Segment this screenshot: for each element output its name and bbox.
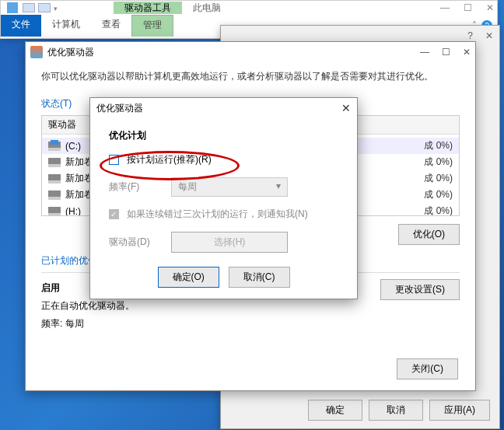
schedule-freq: 频率: 每周 (41, 315, 135, 333)
cancel-button[interactable]: 取消 (369, 400, 423, 421)
cancel-button[interactable]: 取消(C) (229, 267, 290, 288)
apply-button[interactable]: 应用(A) (429, 400, 490, 421)
ok-button[interactable]: 确定 (308, 400, 362, 421)
maximize-icon[interactable]: ☐ (464, 2, 472, 13)
close-icon[interactable]: ✕ (341, 102, 351, 114)
run-on-schedule-label: 按计划运行(推荐)(R) (127, 153, 212, 166)
minimize-icon[interactable]: — (440, 2, 450, 13)
change-settings-button[interactable]: 更改设置(S) (380, 279, 460, 300)
notify-checkbox (109, 209, 119, 219)
drive-icon (48, 142, 61, 151)
close-icon[interactable]: ✕ (463, 47, 471, 58)
drives-label: 驱动器(D) (109, 236, 163, 249)
location-text: 此电脑 (193, 2, 221, 15)
choose-drives-button: 选择(H) (171, 232, 288, 253)
qat-paste-icon[interactable] (38, 3, 51, 12)
frequency-value: 每周 (178, 180, 197, 194)
schedule-desc: 正在自动优化驱动器。 (41, 297, 135, 315)
frequency-label: 频率(F) (109, 180, 163, 194)
notify-label: 如果连续错过三次计划的运行，则通知我(N) (127, 208, 308, 221)
ok-button[interactable]: 确定(O) (158, 267, 219, 288)
close-icon[interactable]: ✕ (486, 2, 494, 13)
drive-icon (48, 207, 61, 216)
tab-manage[interactable]: 管理 (131, 15, 173, 37)
dialog-title: 优化驱动器 (96, 102, 143, 115)
tab-file[interactable]: 文件 (1, 15, 41, 37)
run-on-schedule-checkbox[interactable] (109, 155, 119, 165)
optimize-drives-icon (30, 46, 43, 58)
schedule-settings-dialog: 优化驱动器 ✕ 优化计划 按计划运行(推荐)(R) 频率(F) 每周 ▾ 如果连… (89, 97, 358, 299)
drive-icon (48, 191, 61, 200)
qat-properties-icon[interactable] (23, 3, 35, 12)
drive-name: (H:) (65, 206, 81, 217)
tab-view[interactable]: 查看 (91, 15, 131, 37)
minimize-icon[interactable]: — (420, 47, 429, 58)
window-title: 优化驱动器 (47, 46, 94, 59)
drive-icon (48, 174, 61, 184)
drive-icon (48, 158, 61, 167)
close-button[interactable]: 关闭(C) (397, 358, 458, 379)
qat-customize-icon[interactable] (54, 2, 58, 13)
description-text: 你可以优化驱动器以帮助计算机更高效地运行，或者分析驱动器以了解是否需要对其进行优… (41, 70, 460, 83)
explorer-titlebar: 驱动器工具 此电脑 — ☐ ✕ (1, 1, 497, 15)
drive-status: 成 0%) (424, 205, 453, 216)
schedule-heading: 优化计划 (109, 129, 338, 142)
drive-status: 成 0%) (424, 172, 453, 185)
drive-status: 成 0%) (424, 156, 453, 169)
drive-name: (C:) (65, 141, 81, 152)
tab-computer[interactable]: 计算机 (41, 15, 91, 37)
frequency-combobox[interactable]: 每周 ▾ (171, 177, 288, 197)
help-icon[interactable]: ? (467, 30, 473, 41)
chevron-down-icon: ▾ (276, 180, 281, 194)
drive-status: 成 0%) (424, 139, 453, 152)
monitor-icon (7, 2, 18, 13)
contextual-group-drive-tools: 驱动器工具 (114, 2, 182, 14)
optimize-button[interactable]: 优化(O) (398, 224, 460, 245)
close-icon[interactable]: ✕ (485, 30, 493, 41)
maximize-icon[interactable]: ☐ (442, 47, 450, 58)
drive-status: 成 0%) (424, 188, 453, 201)
